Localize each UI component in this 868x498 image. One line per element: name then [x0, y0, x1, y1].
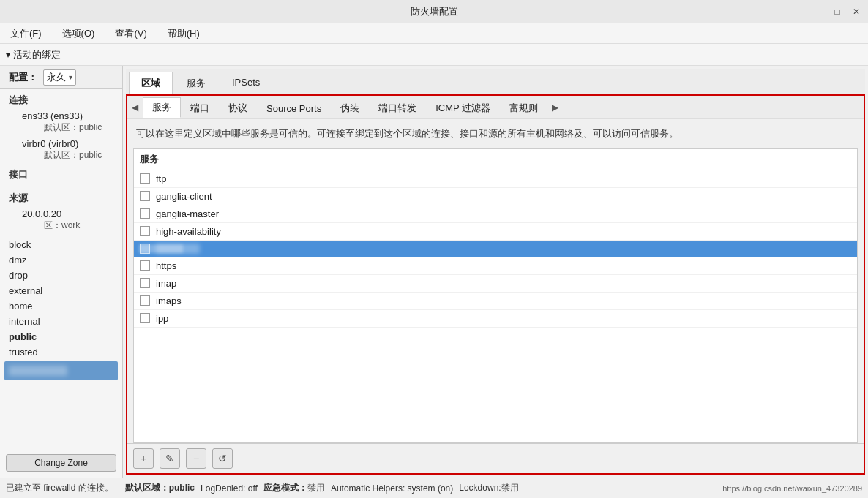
service-ftp-checkbox[interactable]	[140, 173, 150, 184]
zone-tab-protocol[interactable]: 协议	[219, 98, 257, 118]
zone-tab-rich-rules[interactable]: 富规则	[500, 98, 547, 118]
menu-file[interactable]: 文件(F)	[6, 26, 46, 42]
service-ganglia-master[interactable]: ganglia-master	[134, 205, 857, 223]
close-button[interactable]: ✕	[850, 6, 862, 18]
status-default-zone: 默认区域：public	[125, 482, 195, 494]
window-controls: ─ □ ✕	[812, 6, 862, 18]
service-http-checkbox[interactable]	[140, 244, 150, 254]
service-http-name	[156, 244, 200, 254]
service-imaps-name: imaps	[156, 295, 182, 306]
service-https-checkbox[interactable]	[140, 260, 150, 271]
zone-home[interactable]: home	[0, 298, 122, 314]
zone-internal[interactable]: internal	[0, 314, 122, 329]
service-ganglia-client-checkbox[interactable]	[140, 191, 150, 201]
connection-virbr0-name: virbr0 (virbr0)	[22, 138, 108, 149]
config-dropdown-arrow: ▾	[69, 73, 72, 81]
active-binding-label-text: 活动的绑定	[13, 48, 61, 61]
refresh-button[interactable]: ↺	[212, 448, 233, 469]
services-content: 服务 ftp ganglia-client ganglia-maste	[127, 148, 864, 474]
service-high-availability-checkbox[interactable]	[140, 226, 150, 236]
zone-drop[interactable]: drop	[0, 268, 122, 283]
service-ganglia-master-checkbox[interactable]	[140, 208, 150, 219]
service-http[interactable]	[134, 241, 857, 257]
connection-ens33-name: ens33 (ens33)	[22, 110, 108, 121]
edit-button[interactable]: ✎	[160, 448, 180, 469]
config-label: 配置：	[9, 71, 37, 84]
change-zone-btn-container: Change Zone	[0, 448, 122, 478]
zone-tab-icmp[interactable]: ICMP 过滤器	[426, 98, 500, 118]
service-https-name: https	[156, 260, 176, 271]
change-zone-button[interactable]: Change Zone	[6, 454, 116, 472]
zone-trusted[interactable]: trusted	[0, 344, 122, 360]
service-ipp-checkbox[interactable]	[140, 313, 150, 323]
service-high-availability[interactable]: high-availability	[134, 223, 857, 241]
add-button[interactable]: +	[133, 448, 154, 469]
source-section: 来源 20.0.0.20 区：work	[0, 187, 122, 234]
zone-tab-source-ports[interactable]: Source Ports	[257, 99, 331, 117]
menu-view[interactable]: 查看(V)	[111, 26, 151, 42]
config-value: 永久	[47, 71, 66, 84]
zone-external[interactable]: external	[0, 283, 122, 298]
zone-selected-blurred-container[interactable]	[0, 361, 122, 380]
zone-tab-services[interactable]: 服务	[143, 97, 181, 118]
maximize-button[interactable]: □	[831, 6, 843, 18]
tab-nav-left[interactable]: ◀	[127, 99, 143, 116]
remove-button[interactable]: −	[186, 448, 206, 469]
service-imap-name: imap	[156, 278, 176, 289]
tab-ipsets[interactable]: IPSets	[220, 72, 272, 95]
service-imaps[interactable]: imaps	[134, 293, 857, 310]
connection-section-label: 连接	[0, 89, 122, 108]
right-panel: 区域 服务 IPSets ◀ 服务 端口 协议 Source Ports 伪装 …	[123, 66, 868, 478]
window-title: 防火墙配置	[411, 5, 458, 18]
main-tabs: 区域 服务 IPSets	[126, 69, 865, 94]
config-select-container[interactable]: 永久 ▾	[43, 69, 76, 86]
status-auto-helpers: Automatic Helpers: system (on)	[331, 483, 453, 494]
services-header: 服务	[134, 149, 857, 170]
service-ganglia-client[interactable]: ganglia-client	[134, 188, 857, 205]
zone-list: block dmz drop external home internal pu…	[0, 237, 122, 380]
statusbar: 已建立至 firewalld 的连接。 默认区域：public LogDenie…	[0, 478, 868, 498]
sidebar-connection-ens33[interactable]: ens33 (ens33) 默认区：public	[0, 108, 122, 136]
menubar: 文件(F) 选项(O) 查看(V) 帮助(H)	[0, 23, 868, 44]
service-ftp[interactable]: ftp	[134, 170, 857, 188]
active-binding-arrow: ▾	[6, 50, 10, 60]
service-high-availability-name: high-availability	[156, 226, 221, 237]
minimize-button[interactable]: ─	[812, 6, 824, 18]
tab-zones[interactable]: 区域	[129, 72, 173, 95]
tab-services[interactable]: 服务	[174, 72, 218, 95]
zone-tab-port-forward[interactable]: 端口转发	[369, 98, 426, 118]
zone-dmz[interactable]: dmz	[0, 252, 122, 268]
source-name: 20.0.0.20	[22, 208, 108, 219]
service-imap-checkbox[interactable]	[140, 278, 150, 288]
zone-block[interactable]: block	[0, 237, 122, 252]
services-description: 可以在这里定义区域中哪些服务是可信的。可连接至绑定到这个区域的连接、接口和源的所…	[127, 119, 864, 148]
services-panel: 服务 ftp ganglia-client ganglia-maste	[133, 148, 858, 444]
sidebar-connection-virbr0[interactable]: virbr0 (virbr0) 默认区：public	[0, 136, 122, 164]
active-binding-bar: ▾ 活动的绑定	[0, 44, 868, 66]
zone-tab-masquerade[interactable]: 伪装	[331, 98, 369, 118]
tab-nav-right[interactable]: ▶	[547, 99, 563, 116]
status-lockdown: Lockdown:禁用	[459, 482, 518, 494]
status-connection: 已建立至 firewalld 的连接。	[6, 482, 113, 494]
sidebar-source-item[interactable]: 20.0.0.20 区：work	[0, 206, 122, 234]
zone-public[interactable]: public	[0, 329, 122, 344]
service-ipp[interactable]: ipp	[134, 310, 857, 328]
status-emergency: 应急模式：应急模式：禁用禁用	[263, 482, 325, 494]
config-bar: 配置： 永久 ▾	[0, 66, 122, 89]
service-imaps-checkbox[interactable]	[140, 295, 150, 306]
zone-tab-port[interactable]: 端口	[181, 98, 219, 118]
service-ganglia-master-name: ganglia-master	[156, 208, 219, 219]
service-imap[interactable]: imap	[134, 275, 857, 293]
status-url: https://blog.csdn.net/waixun_47320289	[722, 484, 862, 493]
connection-ens33-sub: 默认区：public	[22, 121, 108, 134]
service-ipp-name: ipp	[156, 313, 168, 324]
active-binding-toggle[interactable]: ▾ 活动的绑定	[6, 48, 61, 61]
menu-help[interactable]: 帮助(H)	[163, 26, 204, 42]
service-https[interactable]: https	[134, 257, 857, 275]
status-default-zone-text: 默认区域：public	[125, 483, 195, 493]
source-section-label: 来源	[0, 187, 122, 206]
status-log-denied: LogDenied: off	[201, 483, 258, 494]
menu-options[interactable]: 选项(O)	[58, 26, 100, 42]
zone-tabs-container: ◀ 服务 端口 协议 Source Ports 伪装 端口转发 ICMP 过滤器…	[126, 94, 865, 475]
service-ftp-name: ftp	[156, 173, 166, 184]
